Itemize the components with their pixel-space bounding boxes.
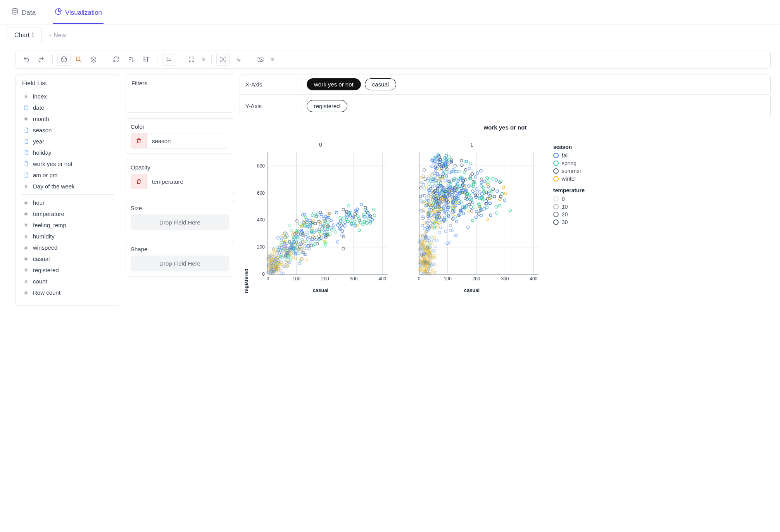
size-shelf[interactable]: Size Drop Field Here <box>126 200 234 235</box>
svg-point-160 <box>268 251 271 254</box>
legend-item-temp-20[interactable]: 20 <box>553 211 585 218</box>
field-humidity[interactable]: humidity <box>22 231 114 242</box>
svg-point-996 <box>449 224 452 227</box>
x-axis-shelf[interactable]: X-Axis work yes or notcasual <box>240 74 771 95</box>
field-count[interactable]: count <box>22 276 114 287</box>
cube-button[interactable] <box>57 53 71 66</box>
svg-point-226 <box>306 231 309 233</box>
layers-button[interactable] <box>87 53 100 66</box>
field-season[interactable]: season <box>22 124 114 136</box>
svg-point-460 <box>330 219 332 222</box>
scatter-plot-1[interactable]: 0100200300400 <box>402 150 542 286</box>
field-hour[interactable]: hour <box>22 197 114 208</box>
legend-item-fall[interactable]: fall <box>553 152 585 159</box>
sort-asc-button[interactable] <box>124 53 138 66</box>
field-month[interactable]: month <box>22 113 114 124</box>
expand-button[interactable] <box>185 53 198 66</box>
trash-icon[interactable] <box>131 133 147 148</box>
pill-registered[interactable]: registered <box>307 100 347 112</box>
field-registered[interactable]: registered <box>22 264 114 276</box>
svg-point-385 <box>342 247 345 250</box>
field-date[interactable]: date <box>22 102 114 113</box>
svg-point-349 <box>337 240 339 243</box>
field-winspeed[interactable]: winspeed <box>22 242 114 253</box>
field-work-yes-or-not[interactable]: work yes or not <box>22 158 114 169</box>
opacity-title: Opacity <box>131 164 229 171</box>
toolbar-sep <box>249 54 249 64</box>
svg-point-1282 <box>501 192 504 195</box>
field-am-or-pm[interactable]: am or pm <box>22 169 114 181</box>
svg-text:400: 400 <box>257 217 265 223</box>
svg-point-967 <box>425 186 428 188</box>
size-dropzone[interactable]: Drop Field Here <box>131 214 229 230</box>
svg-point-1299 <box>470 210 473 212</box>
expand-settings-button[interactable]: ⚙ <box>200 53 207 66</box>
legend-item-spring[interactable]: spring <box>553 160 585 166</box>
filters-shelf[interactable]: Filters <box>126 74 234 113</box>
field-label: date <box>33 104 44 111</box>
wrench-button[interactable] <box>231 53 244 66</box>
mark-button[interactable] <box>72 53 85 66</box>
y-axis-title: registered <box>243 142 249 293</box>
svg-point-1108 <box>455 170 457 173</box>
field-Row-count[interactable]: Row count <box>22 287 114 298</box>
image-settings-button[interactable]: ⚙ <box>269 53 276 66</box>
svg-rect-2 <box>258 57 263 62</box>
svg-point-1038 <box>422 183 425 186</box>
field-Day-of-the-week[interactable]: Day of the week <box>22 181 114 192</box>
shape-shelf[interactable]: Shape Drop Field Here <box>126 241 234 276</box>
svg-text:300: 300 <box>350 276 357 282</box>
tab-data[interactable]: Data <box>9 5 37 24</box>
svg-point-624 <box>436 264 438 267</box>
field-feeling_temp[interactable]: feeling_temp <box>22 219 114 231</box>
y-axis-shelf[interactable]: Y-Axis registered <box>240 96 771 116</box>
pill-work-yes-or-not[interactable]: work yes or not <box>307 78 361 90</box>
svg-point-500 <box>373 208 375 211</box>
pie-icon <box>54 8 62 17</box>
svg-point-1326 <box>471 173 474 175</box>
field-casual[interactable]: casual <box>22 253 114 264</box>
image-button[interactable] <box>254 53 267 66</box>
field-temperature[interactable]: temperature <box>22 208 114 219</box>
field-year[interactable]: year <box>22 136 114 147</box>
redo-button[interactable] <box>35 53 48 66</box>
shape-dropzone[interactable]: Drop Field Here <box>131 256 229 271</box>
svg-point-1085 <box>467 226 469 228</box>
hash-icon <box>23 267 29 273</box>
svg-point-1277 <box>480 178 483 181</box>
trash-icon[interactable] <box>131 174 147 189</box>
transpose-button[interactable] <box>162 53 175 66</box>
svg-point-1328 <box>509 209 511 212</box>
legend-item-winter[interactable]: winter <box>553 176 585 182</box>
scan-button[interactable] <box>216 53 230 66</box>
svg-point-428 <box>299 223 301 225</box>
color-shelf[interactable]: Color season <box>126 118 234 154</box>
hash-icon <box>23 278 29 285</box>
pill-casual[interactable]: casual <box>365 78 396 90</box>
field-index[interactable]: index <box>22 91 114 102</box>
color-chip[interactable]: season <box>131 133 229 149</box>
legend-item-summer[interactable]: summer <box>553 168 585 174</box>
legend-item-temp-0[interactable]: 0 <box>553 196 585 202</box>
hash-icon <box>23 245 29 251</box>
document-icon <box>23 172 29 178</box>
sort-desc-button[interactable] <box>139 53 152 66</box>
tab-visualization[interactable]: Visualization <box>53 5 104 24</box>
legend-item-temp-30[interactable]: 30 <box>553 219 585 225</box>
legend-item-temp-10[interactable]: 10 <box>553 204 585 210</box>
svg-point-343 <box>308 247 311 250</box>
filters-title: Filters <box>131 80 228 86</box>
opacity-chip[interactable]: temperature <box>131 174 229 189</box>
scatter-plot-0[interactable]: 01002003004000200400600800 <box>251 150 390 286</box>
facet-header-0: 0 <box>319 142 322 148</box>
svg-point-1058 <box>426 197 428 200</box>
refresh-button[interactable] <box>110 53 123 66</box>
chart-tab-new[interactable]: + New <box>48 32 66 39</box>
svg-point-1325 <box>495 179 498 181</box>
field-holiday[interactable]: holiday <box>22 147 114 158</box>
opacity-shelf[interactable]: Opacity temperature <box>126 159 234 194</box>
svg-point-1380 <box>448 156 450 159</box>
undo-button[interactable] <box>20 53 33 66</box>
encoding-shelves: Filters Color season Opacity temperature… <box>126 74 234 276</box>
chart-tab-1[interactable]: Chart 1 <box>7 28 42 43</box>
